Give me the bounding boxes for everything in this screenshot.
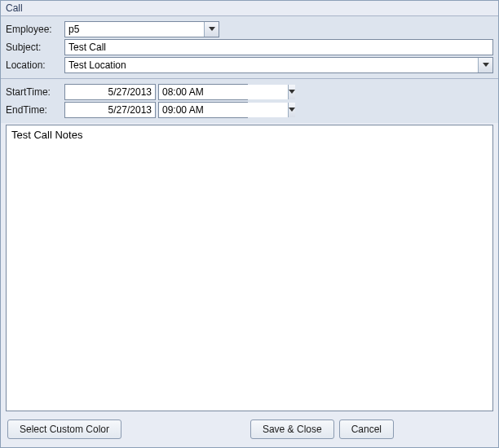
details-section: Employee: Subject: Location: — [1, 15, 498, 78]
select-custom-color-button[interactable]: Select Custom Color — [7, 419, 121, 439]
location-combo[interactable] — [64, 57, 493, 73]
notes-container — [6, 125, 493, 411]
employee-label: Employee: — [6, 24, 61, 35]
start-time-dropdown-button[interactable] — [288, 85, 295, 99]
chevron-down-icon — [289, 108, 295, 112]
location-row: Location: — [6, 57, 493, 73]
chevron-down-icon — [289, 90, 295, 94]
location-input[interactable] — [65, 58, 478, 72]
employee-dropdown-button[interactable] — [204, 22, 219, 37]
save-and-close-button[interactable]: Save & Close — [250, 419, 334, 439]
employee-combo[interactable] — [64, 21, 219, 37]
call-dialog: Call Employee: Subject: Location: — [0, 0, 499, 448]
subject-input[interactable] — [64, 39, 493, 55]
subject-label: Subject: — [6, 42, 61, 53]
end-time-input[interactable] — [159, 103, 288, 117]
subject-row: Subject: — [6, 39, 493, 55]
svg-marker-3 — [289, 108, 295, 112]
cancel-button[interactable]: Cancel — [339, 419, 394, 439]
start-time-label: StartTime: — [6, 86, 61, 98]
start-date-input[interactable] — [64, 84, 156, 100]
svg-marker-0 — [209, 27, 215, 31]
location-dropdown-button[interactable] — [478, 58, 492, 72]
time-section: StartTime: EndTime: — [1, 78, 498, 123]
end-time-combo[interactable] — [158, 102, 248, 118]
employee-input[interactable] — [65, 22, 204, 37]
start-time-combo[interactable] — [158, 84, 248, 100]
chevron-down-icon — [483, 63, 489, 68]
window-title: Call — [1, 1, 498, 15]
svg-marker-1 — [483, 63, 489, 67]
employee-row: Employee: — [6, 21, 493, 37]
svg-marker-2 — [289, 90, 295, 94]
end-time-row: EndTime: — [6, 102, 493, 118]
end-time-label: EndTime: — [6, 104, 61, 116]
start-time-row: StartTime: — [6, 84, 493, 100]
end-time-dropdown-button[interactable] — [288, 103, 295, 117]
chevron-down-icon — [209, 27, 215, 32]
notes-textarea[interactable] — [7, 125, 492, 411]
end-date-input[interactable] — [64, 102, 156, 118]
start-time-input[interactable] — [159, 85, 288, 99]
dialog-footer: Select Custom Color Save & Close Cancel — [1, 415, 498, 447]
location-label: Location: — [6, 59, 61, 71]
footer-center-buttons: Save & Close Cancel — [250, 419, 394, 439]
